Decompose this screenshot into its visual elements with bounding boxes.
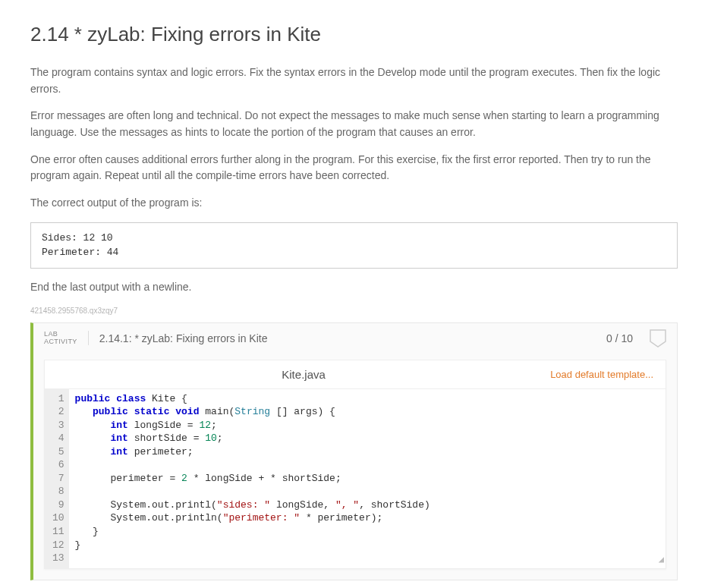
- intro-paragraph-1: The program contains syntax and logic er…: [30, 64, 678, 97]
- line-number-gutter: 1 2 3 4 5 6 7 8 9 10 11 12 13: [45, 389, 69, 568]
- intro-paragraph-4: The correct output of the program is:: [30, 195, 678, 212]
- lab-header: LAB ACTIVITY 2.14.1: * zyLab: Fixing err…: [33, 323, 677, 354]
- lab-label-line2: ACTIVITY: [44, 338, 77, 346]
- lab-score: 0 / 10: [606, 332, 633, 344]
- lab-panel: LAB ACTIVITY 2.14.1: * zyLab: Fixing err…: [30, 322, 678, 580]
- lab-activity-title: 2.14.1: * zyLab: Fixing errors in Kite: [99, 332, 596, 344]
- watermark-id: 421458.2955768.qx3zqy7: [30, 307, 678, 315]
- badge-icon: [650, 329, 666, 347]
- intro-paragraph-5: End the last output with a newline.: [30, 279, 678, 296]
- code-editor[interactable]: 1 2 3 4 5 6 7 8 9 10 11 12 13 public cla…: [45, 389, 666, 568]
- editor-card: Kite.java Load default template... 1 2 3…: [44, 360, 666, 569]
- intro-paragraph-2: Error messages are often long and techni…: [30, 108, 678, 140]
- intro-paragraph-3: One error often causes additional errors…: [30, 152, 678, 184]
- file-bar: Kite.java Load default template...: [45, 360, 666, 389]
- page-title: 2.14 * zyLab: Fixing errors in Kite: [30, 23, 678, 46]
- file-name: Kite.java: [57, 368, 550, 381]
- expected-output-box: Sides: 12 10 Perimeter: 44: [30, 222, 678, 269]
- load-default-template-link[interactable]: Load default template...: [550, 369, 653, 380]
- code-content[interactable]: public class Kite { public static void m…: [69, 389, 666, 568]
- lab-activity-label: LAB ACTIVITY: [44, 331, 89, 346]
